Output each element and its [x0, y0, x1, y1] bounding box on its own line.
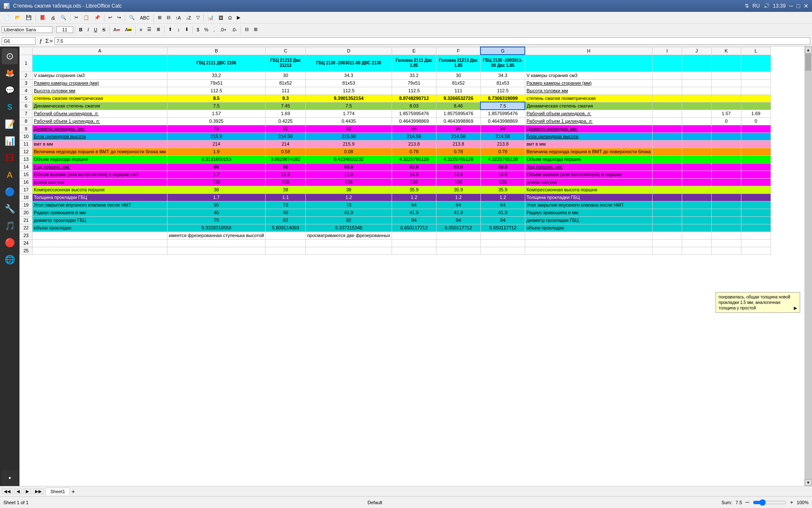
cell-A22[interactable]: объем прокладки	[33, 224, 167, 232]
cell-E23[interactable]	[392, 232, 436, 239]
cell-H8[interactable]: Рабочий объем 1 цилиндра, л:	[525, 117, 652, 125]
cell-G22[interactable]: 6.650117712	[480, 224, 525, 232]
cell-J8[interactable]	[682, 117, 711, 125]
cell-F15[interactable]: 14.8	[436, 171, 480, 178]
cell-F12[interactable]: 0.78	[436, 148, 480, 155]
align-bottom-button[interactable]: ⬇	[183, 25, 191, 34]
cell-C24[interactable]	[266, 239, 306, 247]
cell-B20[interactable]: 40	[167, 209, 266, 216]
cell-L5[interactable]	[741, 94, 771, 102]
cell-B19[interactable]: 55	[167, 201, 266, 209]
cell-F3[interactable]: 81х52	[436, 79, 480, 87]
cell-F25[interactable]	[436, 247, 480, 254]
cell-K7[interactable]: 1.57	[711, 110, 741, 117]
cell-I18[interactable]	[652, 193, 682, 201]
col-header-L[interactable]: L	[741, 47, 771, 55]
cell-C6[interactable]: 7.45	[266, 102, 306, 110]
cell-K25[interactable]	[711, 247, 741, 254]
cell-I23[interactable]	[652, 232, 682, 239]
cell-E25[interactable]	[392, 247, 436, 254]
row-number-20[interactable]: 20	[20, 209, 33, 216]
cell-I19[interactable]	[652, 201, 682, 209]
cell-G7[interactable]: 1.8575995476	[480, 110, 525, 117]
cell-I21[interactable]	[652, 216, 682, 224]
cell-E20[interactable]: 41.9	[392, 209, 436, 216]
cell-E18[interactable]: 1.2	[392, 193, 436, 201]
cell-E21[interactable]: 84	[392, 216, 436, 224]
cell-E1[interactable]: Головка 2111 Двс 1.85	[392, 55, 436, 72]
cell-E5[interactable]: 8.8748290712	[392, 94, 436, 102]
cell-G11[interactable]: 213.8	[480, 140, 525, 148]
freeze-cols[interactable]: ⊟	[165, 13, 173, 22]
cell-I1[interactable]	[652, 55, 682, 72]
cell-I9[interactable]	[652, 125, 682, 133]
cell-E7[interactable]: 1.8575995476	[392, 110, 436, 117]
col-header-H[interactable]: H	[525, 47, 652, 55]
cell-B2[interactable]: 33,2	[167, 72, 266, 79]
cell-H2[interactable]: V камеры сгорания см3	[525, 72, 652, 79]
cell-H25[interactable]	[525, 247, 652, 254]
redo-button[interactable]: ↪	[115, 13, 123, 22]
cell-E17[interactable]: 35.9	[392, 186, 436, 193]
cell-J14[interactable]	[682, 163, 711, 171]
cell-L17[interactable]	[741, 186, 771, 193]
cell-D6[interactable]: 7.5	[306, 102, 392, 110]
cell-J11[interactable]	[682, 140, 711, 148]
cell-H6[interactable]: Динамическая степень сжатия	[525, 102, 652, 110]
cell-D13[interactable]: 0.4224810232	[306, 155, 392, 163]
cell-F7[interactable]: 1.8575995476	[436, 110, 480, 117]
cell-C21[interactable]: 82	[266, 216, 306, 224]
cell-H18[interactable]: Толщина прокладки ГБЦ	[525, 193, 652, 201]
row-number-24[interactable]: 24	[20, 239, 33, 247]
cell-K21[interactable]	[711, 216, 741, 224]
cell-K22[interactable]	[711, 224, 741, 232]
cell-C14[interactable]: 80	[266, 163, 306, 171]
cell-F2[interactable]: 30	[436, 72, 480, 79]
cell-I12[interactable]	[652, 148, 682, 155]
cell-A6[interactable]: Динамическая степень сжатия	[33, 102, 167, 110]
cell-E13[interactable]: 4.3225765128	[392, 155, 436, 163]
sidebar-icon-10[interactable]: 🔧	[2, 201, 18, 217]
cell-F14[interactable]: 83.8	[436, 163, 480, 171]
cell-H11[interactable]: вмт в мм	[525, 140, 652, 148]
cell-C7[interactable]: 1.69	[266, 110, 306, 117]
sort-desc[interactable]: ↓Z	[184, 13, 193, 22]
row-number-9[interactable]: 9	[20, 125, 33, 133]
cell-F11[interactable]: 213.8	[436, 140, 480, 148]
cell-L9[interactable]	[741, 125, 771, 133]
cell-C17[interactable]: 38	[266, 186, 306, 193]
row-number-23[interactable]: 23	[20, 232, 33, 239]
row-number-8[interactable]: 8	[20, 117, 33, 125]
cell-E9[interactable]: 84	[392, 125, 436, 133]
scroll-down-button[interactable]: ▼	[805, 479, 812, 486]
cell-K6[interactable]	[711, 102, 741, 110]
cell-J24[interactable]	[682, 239, 711, 247]
cell-E24[interactable]	[392, 239, 436, 247]
cell-C10[interactable]: 214.58	[266, 133, 306, 140]
scroll-right-tab[interactable]: ▶▶	[33, 489, 44, 494]
cell-J23[interactable]	[682, 232, 711, 239]
cell-A18[interactable]: Толщина прокладки ГБЦ	[33, 193, 167, 201]
col-header-C[interactable]: C	[266, 47, 306, 55]
cell-L1[interactable]	[741, 55, 771, 72]
copy-button[interactable]: 📋	[81, 13, 91, 22]
cell-I22[interactable]	[652, 224, 682, 232]
cell-K20[interactable]	[711, 209, 741, 216]
thousands-button[interactable]: ,	[211, 25, 217, 34]
cell-H1[interactable]	[525, 55, 652, 72]
cell-A20[interactable]: Радиус кривошипа в мм	[33, 209, 167, 216]
cell-G1[interactable]: ГБЦ 2130 -1003011-00 Двс 1.85	[480, 55, 525, 72]
cell-J13[interactable]	[682, 155, 711, 163]
cell-L21[interactable]	[741, 216, 771, 224]
cell-A17[interactable]: Компрессионная высота поршня	[33, 186, 167, 193]
cell-K19[interactable]	[711, 201, 741, 209]
sidebar-icon-5[interactable]: 📝	[2, 116, 18, 132]
row-number-6[interactable]: 6	[20, 102, 33, 110]
align-top-button[interactable]: ⬆	[166, 25, 174, 34]
cell-A15[interactable]: Объем выемки (или вытеснителя) в поршне …	[33, 171, 167, 178]
zoom-slider[interactable]	[753, 499, 787, 506]
cell-D7[interactable]: 1.774	[306, 110, 392, 117]
cell-K11[interactable]	[711, 140, 741, 148]
cut-button[interactable]: ✂	[72, 13, 80, 22]
cell-C15[interactable]: 11.8	[266, 171, 306, 178]
